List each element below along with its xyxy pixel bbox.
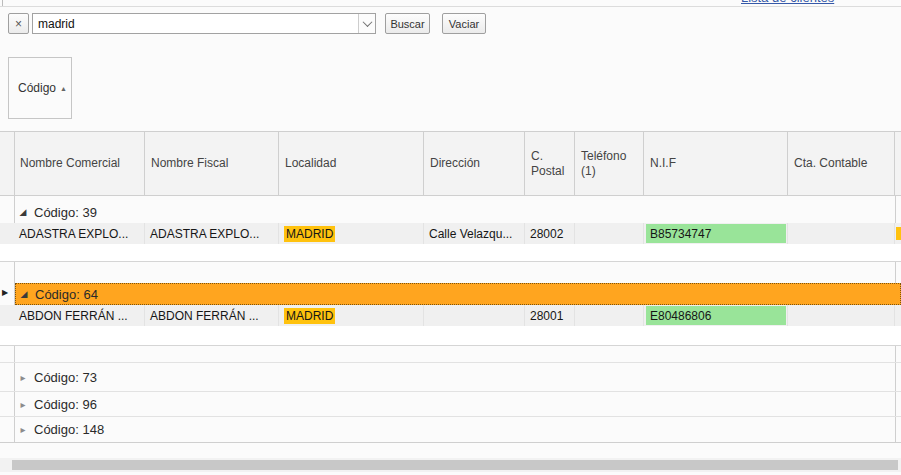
search-input[interactable]: madrid <box>38 17 75 31</box>
column-header-cta-contable[interactable]: Cta. Contable <box>788 132 895 195</box>
group-row-codigo-96[interactable]: ▸ Código: 96 <box>0 392 901 417</box>
horizontal-scrollbar-track[interactable] <box>0 458 901 472</box>
close-icon: × <box>15 17 22 31</box>
cell-telefono[interactable] <box>575 305 644 326</box>
grid-bottom-border <box>0 442 901 443</box>
group-row-codigo-39[interactable]: ◢ Código: 39 <box>15 201 901 223</box>
cell-c-postal[interactable]: 28002 <box>525 223 575 244</box>
group-row-codigo-64-selected[interactable]: ◢ Código: 64 <box>15 283 901 305</box>
group-expanded-icon[interactable]: ◢ <box>16 289 32 299</box>
cell-c-postal[interactable]: 28001 <box>525 305 575 326</box>
horizontal-scrollbar-thumb[interactable] <box>12 460 898 470</box>
cell-nombre-comercial[interactable]: ABDON FERRÁN ... <box>14 305 145 326</box>
group-row-label: Código: 148 <box>34 422 104 437</box>
empty-row[interactable] <box>0 326 901 346</box>
column-header-nombre-fiscal[interactable]: Nombre Fiscal <box>145 132 279 195</box>
toolbar-divider <box>0 6 901 7</box>
partial-highlight-fragment <box>896 227 901 240</box>
group-field-label: Código <box>18 81 56 95</box>
group-expanded-icon[interactable]: ◢ <box>15 207 31 217</box>
group-by-codigo-box[interactable]: Código ▲ <box>8 57 72 119</box>
group-collapsed-icon[interactable]: ▸ <box>15 399 31 410</box>
vaciar-button[interactable]: Vaciar <box>442 13 486 34</box>
table-row[interactable]: ADASTRA EXPLO... ADASTRA EXPLO... MADRID… <box>0 223 901 244</box>
group-row-label: Código: 73 <box>34 370 97 385</box>
sort-ascending-icon: ▲ <box>60 85 67 92</box>
nif-highlight: B85734747 <box>646 224 786 243</box>
column-header-direccion[interactable]: Dirección <box>424 132 525 195</box>
column-header-localidad[interactable]: Localidad <box>279 132 424 195</box>
group-row-codigo-73[interactable]: ▸ Código: 73 <box>0 362 901 392</box>
buscar-button-label: Buscar <box>390 18 424 30</box>
combo-dropdown-button[interactable] <box>358 14 375 33</box>
group-row-label: Código: 64 <box>35 287 98 302</box>
lista-de-clientes-link[interactable]: Lista de clientes <box>741 0 834 5</box>
buscar-button[interactable]: Buscar <box>385 13 430 34</box>
cell-direccion[interactable] <box>424 305 525 326</box>
cell-nombre-comercial[interactable]: ADASTRA EXPLO... <box>14 223 145 244</box>
row-gutter-cell <box>0 223 15 244</box>
search-match-highlight: MADRID <box>284 226 335 242</box>
group-collapsed-icon[interactable]: ▸ <box>15 372 31 383</box>
column-header-partial <box>895 132 901 195</box>
column-header-c-postal[interactable]: C. Postal <box>525 132 575 195</box>
chevron-down-icon <box>362 17 372 27</box>
cell-localidad[interactable]: MADRID <box>279 305 424 326</box>
cell-cta-contable[interactable] <box>788 305 895 326</box>
group-row-label: Código: 96 <box>34 397 97 412</box>
cell-nombre-fiscal[interactable]: ABDON FERRÁN ... <box>145 305 279 326</box>
column-header-nif[interactable]: N.I.F <box>644 132 788 195</box>
vaciar-button-label: Vaciar <box>449 18 479 30</box>
grid-header-row: Nombre Comercial Nombre Fiscal Localidad… <box>0 131 901 196</box>
group-collapsed-icon[interactable]: ▸ <box>15 424 31 435</box>
cell-direccion[interactable]: Calle Velazqu... <box>424 223 525 244</box>
search-match-highlight: MADRID <box>284 308 335 324</box>
header-gutter-cell <box>0 132 15 195</box>
cell-nombre-fiscal[interactable]: ADASTRA EXPLO... <box>145 223 279 244</box>
search-combobox[interactable]: madrid <box>32 13 376 34</box>
clients-grid: Nombre Comercial Nombre Fiscal Localidad… <box>0 131 901 443</box>
clear-filter-button[interactable]: × <box>8 13 29 34</box>
group-row-label: Código: 39 <box>34 205 97 220</box>
table-row[interactable]: ABDON FERRÁN ... ABDON FERRÁN ... MADRID… <box>0 305 901 326</box>
nif-highlight: E80486806 <box>646 306 786 325</box>
group-row-codigo-148[interactable]: ▸ Código: 148 <box>0 417 901 442</box>
cell-telefono[interactable] <box>575 223 644 244</box>
row-gutter-cell <box>0 305 15 326</box>
cell-cta-contable[interactable] <box>788 223 895 244</box>
empty-row[interactable] <box>0 244 901 262</box>
cell-localidad[interactable]: MADRID <box>279 223 424 244</box>
column-header-telefono-1[interactable]: Teléfono (1) <box>575 132 644 195</box>
cell-nif[interactable]: B85734747 <box>644 223 788 244</box>
row-indicator-icon: ▶ <box>2 288 8 297</box>
column-header-nombre-comercial[interactable]: Nombre Comercial <box>14 132 145 195</box>
cell-nif[interactable]: E80486806 <box>644 305 788 326</box>
